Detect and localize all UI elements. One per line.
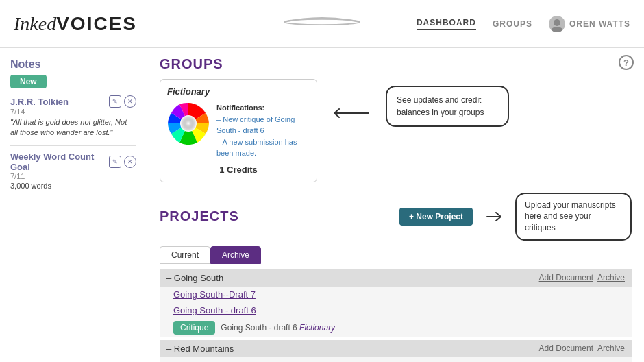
project-red-mountains: – Red Mountains Add Document Archive Red…: [160, 340, 632, 362]
help-icon[interactable]: ?: [619, 55, 634, 70]
projects-arrow: [484, 210, 504, 224]
groups-arrow: [331, 106, 372, 120]
avatar: [549, 16, 565, 32]
new-project-button[interactable]: + New Project: [399, 208, 473, 226]
callout-groups: See updates and credit balances in your …: [386, 86, 509, 127]
sidebar-divider: [10, 145, 136, 146]
svg-point-2: [551, 27, 563, 32]
project-going-south: – Going South Add Document Archive Going…: [160, 269, 632, 337]
critique-button[interactable]: Critique: [173, 321, 215, 335]
note-text: "All that is gold does not glitter, Not …: [10, 117, 136, 138]
logo-inked: Inked: [14, 13, 56, 35]
doc-row-red-1: Red Mountains Chapter 1: [160, 357, 632, 362]
archive-link-1[interactable]: Archive: [597, 273, 625, 282]
notifications-label: Notifications:: [216, 102, 310, 114]
add-document-link-2[interactable]: Add Document: [539, 343, 593, 353]
weekly-goal-item: Weekly Word Count Goal ✎ ✕ 7/11 3,000 wo…: [10, 152, 136, 190]
weekly-goal-title: Weekly Word Count Goal: [10, 152, 109, 172]
notification-2: – A new submission has been made.: [216, 136, 310, 159]
tab-archive[interactable]: Archive: [210, 246, 261, 264]
project-header-red-mountains: – Red Mountains Add Document Archive: [160, 340, 632, 357]
notes-section-title: Notes: [10, 58, 136, 71]
sidebar: Notes New J.R.R. Tolkien ✎ ✕ 7/14 "All t…: [0, 48, 147, 362]
svg-point-0: [284, 19, 360, 25]
nav-groups[interactable]: GROUPS: [493, 19, 532, 29]
doc-row-1: Going South--Draft 7: [160, 287, 632, 302]
note-author: J.R.R. Tolkien: [10, 97, 69, 107]
group-notifications: Notifications: – New critique of Going S…: [216, 102, 310, 159]
note-item-tolkien: J.R.R. Tolkien ✎ ✕ 7/14 "All that is gol…: [10, 95, 136, 138]
project-name: – Going South: [166, 273, 223, 283]
groups-section: GROUPS Fictionary: [160, 56, 632, 182]
critique-text: Going South - draft 6 Fictionary: [221, 323, 335, 333]
nav-user[interactable]: OREN WATTS: [549, 16, 630, 32]
header-nav: DASHBOARD GROUPS OREN WATTS: [417, 16, 630, 32]
logo-voices: VOICES: [56, 13, 137, 35]
group-card-title[interactable]: Fictionary: [167, 86, 310, 97]
tab-current[interactable]: Current: [160, 246, 210, 264]
svg-point-1: [554, 19, 560, 26]
nav-dashboard[interactable]: DASHBOARD: [417, 18, 476, 30]
user-name: OREN WATTS: [569, 19, 630, 29]
delete-icon[interactable]: ✕: [124, 95, 136, 108]
group-credits: 1 Credits: [167, 165, 310, 175]
doc-link-1[interactable]: Going South--Draft 7: [173, 289, 256, 300]
delete-icon-2[interactable]: ✕: [124, 156, 136, 168]
weekly-date: 7/11: [10, 172, 136, 180]
logo: Inked VOICES: [14, 13, 137, 35]
content: ? GROUPS Fictionary: [147, 48, 644, 362]
archive-link-2[interactable]: Archive: [597, 343, 625, 353]
callout-projects: Upload your manuscripts here and see you…: [515, 193, 632, 241]
projects-section: PROJECTS + New Project Upload your manus…: [160, 193, 632, 363]
new-note-button[interactable]: New: [10, 75, 47, 88]
notification-1: – New critique of Going South - draft 6: [216, 114, 310, 136]
note-date: 7/14: [10, 108, 136, 116]
svg-point-5: [180, 115, 197, 132]
group-card-fictionary: Fictionary: [160, 79, 317, 182]
add-document-link-1[interactable]: Add Document: [539, 273, 593, 282]
header: Inked VOICES DASHBOARD GROUPS OREN WATTS: [0, 0, 644, 48]
doc-link-2[interactable]: Going South - draft 6: [173, 305, 256, 315]
pen-decoration: [277, 12, 367, 25]
color-wheel-icon: [167, 102, 210, 145]
edit-icon[interactable]: ✎: [109, 95, 121, 108]
weekly-words: 3,000 words: [10, 182, 136, 190]
critique-row: Critique Going South - draft 6 Fictionar…: [160, 318, 632, 337]
tab-row: Current Archive: [160, 246, 632, 264]
groups-title: GROUPS: [160, 56, 632, 72]
doc-row-2: Going South - draft 6: [160, 302, 632, 318]
main-layout: Notes New J.R.R. Tolkien ✎ ✕ 7/14 "All t…: [0, 48, 644, 362]
project-header-going-south: – Going South Add Document Archive: [160, 269, 632, 287]
projects-title: PROJECTS: [160, 208, 239, 224]
edit-icon-2[interactable]: ✎: [109, 156, 121, 168]
project-name-2: – Red Mountains: [166, 343, 234, 354]
